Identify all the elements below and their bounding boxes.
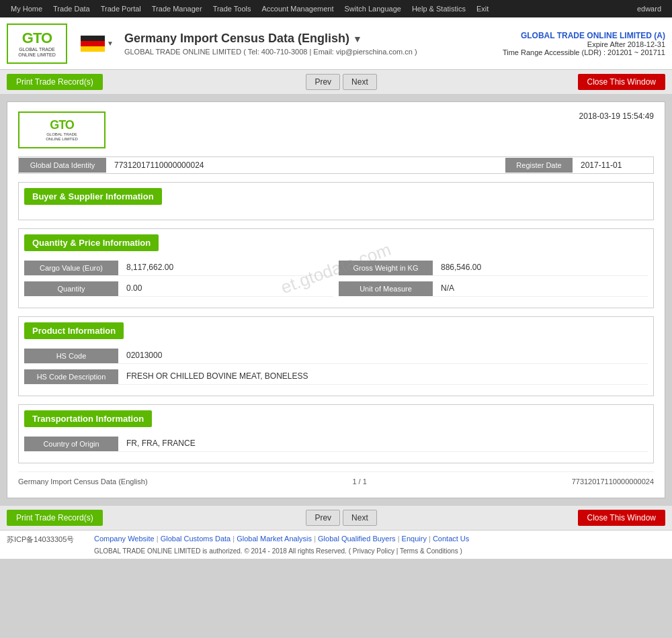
- record-footer-left: Germany Import Census Data (English): [18, 477, 148, 486]
- quantity-label: Quantity: [24, 281, 118, 296]
- nav-switch-language[interactable]: Switch Language: [339, 5, 407, 13]
- nav-trade-tools[interactable]: Trade Tools: [208, 5, 257, 13]
- transportation-section: Transportation Information Country of Or…: [18, 404, 654, 463]
- header-title-area: Germany Import Census Data (English) ▼ G…: [124, 32, 503, 56]
- hs-code-label: HS Code: [24, 349, 118, 363]
- header-subtitle: GLOBAL TRADE ONLINE LIMITED ( Tel: 400-7…: [124, 48, 503, 56]
- country-of-origin-label: Country of Origin: [24, 437, 118, 451]
- record-footer-right: 77312017110000000024: [572, 477, 654, 486]
- quantity-price-title: Quantity & Price Information: [24, 234, 159, 251]
- flag-selector[interactable]: ▼: [81, 36, 114, 52]
- quantity-value: 0.00: [118, 280, 333, 297]
- buyer-supplier-body: [19, 210, 653, 220]
- print-button-bottom[interactable]: Print Trade Record(s): [7, 510, 103, 526]
- main-content: GTO GLOBAL TRADEONLINE LIMITED 2018-03-1…: [0, 95, 672, 505]
- bottom-nav-group: Prev Next: [303, 510, 376, 526]
- page-title-text: Germany Import Census Data (English): [124, 32, 349, 45]
- footer-links: Company Website | Global Customs Data | …: [94, 535, 665, 543]
- record-logo-gto: GTO: [50, 118, 74, 132]
- product-section: Product Information HS Code 02013000 HS …: [18, 316, 654, 396]
- company-logo: GTO GLOBAL TRADEONLINE LIMITED: [7, 24, 67, 64]
- footer-row: 苏ICP备14033305号 Company Website | Global …: [7, 535, 665, 545]
- nav-user: edward: [632, 5, 667, 13]
- quantity-price-body: Cargo Value (Euro) 8,117,662.00 Gross We…: [19, 257, 653, 308]
- nav-account-management[interactable]: Account Management: [257, 5, 339, 13]
- country-of-origin-value: FR, FRA, FRANCE: [118, 435, 648, 452]
- footer-link-company[interactable]: Company Website: [94, 535, 155, 543]
- quantity-price-row2: Quantity 0.00 Unit of Measure N/A: [24, 280, 648, 297]
- german-flag: [81, 36, 105, 52]
- unit-of-measure-value: N/A: [433, 280, 648, 297]
- page-title: Germany Import Census Data (English) ▼: [124, 32, 503, 46]
- print-button[interactable]: Print Trade Record(s): [7, 74, 103, 90]
- company-name: GLOBAL TRADE ONLINE LIMITED (A): [503, 31, 665, 40]
- identity-row: Global Data Identity 7731201711000000002…: [18, 156, 654, 174]
- register-date-label: Register Date: [505, 158, 573, 173]
- next-button-bottom[interactable]: Next: [343, 510, 377, 526]
- page-footer: 苏ICP备14033305号 Company Website | Global …: [0, 530, 672, 559]
- hs-code-desc-row: HS Code Description FRESH OR CHILLED BOV…: [24, 368, 648, 385]
- hs-code-row: HS Code 02013000: [24, 347, 648, 364]
- cargo-value-value: 8,117,662.00: [118, 259, 333, 276]
- record-footer: Germany Import Census Data (English) 1 /…: [18, 471, 654, 488]
- top-action-bar: Print Trade Record(s) Prev Next Close Th…: [0, 70, 672, 95]
- register-date-value: 2017-11-01: [573, 157, 653, 173]
- close-button-bottom[interactable]: Close This Window: [578, 510, 665, 526]
- hs-code-desc-value: FRESH OR CHILLED BOVINE MEAT, BONELESS: [118, 368, 648, 385]
- prev-button[interactable]: Prev: [306, 74, 340, 90]
- nav-trade-data[interactable]: Trade Data: [48, 5, 95, 13]
- global-data-identity-value: 77312017110000000024: [106, 157, 505, 173]
- transportation-body: Country of Origin FR, FRA, FRANCE: [19, 432, 653, 463]
- bottom-action-bar: Print Trade Record(s) Prev Next Close Th…: [0, 505, 672, 530]
- record-logo-sub: GLOBAL TRADEONLINE LIMITED: [46, 132, 78, 141]
- product-body: HS Code 02013000 HS Code Description FRE…: [19, 345, 653, 396]
- quantity-price-section: Quantity & Price Information Cargo Value…: [18, 228, 654, 308]
- expire-date: Expire After 2018-12-31: [503, 40, 665, 48]
- hs-code-value: 02013000: [118, 347, 648, 364]
- buyer-supplier-title: Buyer & Supplier Information: [24, 188, 162, 205]
- unit-of-measure-label: Unit of Measure: [339, 281, 433, 296]
- prev-button-bottom[interactable]: Prev: [306, 510, 340, 526]
- nav-group: Prev Next: [303, 74, 376, 90]
- gross-weight-label: Gross Weight in KG: [339, 261, 433, 275]
- nav-exit[interactable]: Exit: [471, 5, 494, 13]
- footer-copyright: GLOBAL TRADE ONLINE LIMITED is authorize…: [7, 547, 665, 555]
- record-logo: GTO GLOBAL TRADEONLINE LIMITED: [18, 111, 106, 148]
- nav-help-statistics[interactable]: Help & Statistics: [407, 5, 471, 13]
- quantity-item: Quantity 0.00: [24, 280, 333, 297]
- footer-link-enquiry[interactable]: Enquiry: [402, 535, 427, 543]
- gross-weight-item: Gross Weight in KG 886,546.00: [339, 259, 648, 276]
- header-bar: GTO GLOBAL TRADEONLINE LIMITED ▼ Germany…: [0, 17, 672, 70]
- header-right: GLOBAL TRADE ONLINE LIMITED (A) Expire A…: [503, 31, 665, 56]
- logo-area: GTO GLOBAL TRADEONLINE LIMITED: [7, 24, 67, 64]
- country-of-origin-row: Country of Origin FR, FRA, FRANCE: [24, 435, 648, 452]
- nav-my-home[interactable]: My Home: [5, 5, 48, 13]
- record-card: GTO GLOBAL TRADEONLINE LIMITED 2018-03-1…: [7, 101, 665, 498]
- footer-link-customs[interactable]: Global Customs Data: [161, 535, 231, 543]
- logo-gto-text: GTO: [22, 30, 52, 47]
- close-button[interactable]: Close This Window: [578, 74, 665, 90]
- flag-dropdown-icon: ▼: [107, 40, 114, 47]
- gross-weight-value: 886,546.00: [433, 259, 648, 276]
- nav-trade-manager[interactable]: Trade Manager: [146, 5, 208, 13]
- record-timestamp: 2018-03-19 15:54:49: [579, 111, 654, 121]
- top-nav: My Home Trade Data Trade Portal Trade Ma…: [0, 0, 672, 17]
- title-dropdown-icon[interactable]: ▼: [353, 34, 362, 44]
- cargo-value-item: Cargo Value (Euro) 8,117,662.00: [24, 259, 333, 276]
- nav-trade-portal[interactable]: Trade Portal: [95, 5, 146, 13]
- unit-of-measure-item: Unit of Measure N/A: [339, 280, 648, 297]
- record-header: GTO GLOBAL TRADEONLINE LIMITED 2018-03-1…: [18, 111, 654, 148]
- hs-code-desc-label: HS Code Description: [24, 369, 118, 384]
- footer-icp: 苏ICP备14033305号: [7, 535, 94, 545]
- buyer-supplier-section: Buyer & Supplier Information: [18, 182, 654, 220]
- footer-link-buyers[interactable]: Global Qualified Buyers: [318, 535, 396, 543]
- footer-link-contact[interactable]: Contact Us: [433, 535, 469, 543]
- footer-link-market[interactable]: Global Market Analysis: [237, 535, 312, 543]
- transportation-title: Transportation Information: [24, 410, 152, 427]
- time-range: Time Range Accessible (LDR) : 201201 ~ 2…: [503, 48, 665, 56]
- product-title: Product Information: [24, 322, 124, 339]
- record-footer-center: 1 / 1: [148, 477, 572, 486]
- cargo-value-label: Cargo Value (Euro): [24, 261, 118, 275]
- next-button[interactable]: Next: [343, 74, 377, 90]
- logo-sub-text: GLOBAL TRADEONLINE LIMITED: [18, 47, 56, 57]
